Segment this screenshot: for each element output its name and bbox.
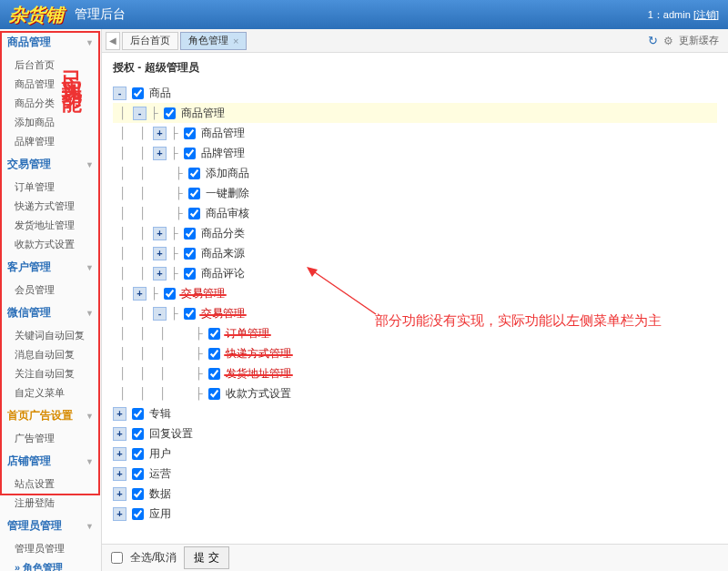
chevron-down-icon: ▼ — [86, 309, 94, 318]
tree-checkbox[interactable] — [164, 288, 176, 300]
tree-checkbox[interactable] — [132, 87, 144, 99]
tree-expand-icon[interactable]: + — [113, 407, 126, 421]
tree-checkbox[interactable] — [132, 508, 144, 520]
sidebar-item[interactable]: 收款方式设置 — [0, 235, 101, 254]
select-all-checkbox[interactable] — [111, 552, 123, 564]
refresh-icon[interactable]: ↻ — [648, 34, 658, 47]
tree-label[interactable]: 商品来源 — [201, 246, 245, 261]
sidebar-item[interactable]: 快递方式管理 — [0, 197, 101, 216]
tree-expand-icon[interactable]: + — [153, 267, 167, 280]
sidebar-group-title[interactable]: 微信管理▼ — [0, 300, 101, 326]
tree-checkbox[interactable] — [188, 188, 200, 199]
sidebar-group-title[interactable]: 店铺管理▼ — [0, 448, 101, 474]
close-icon[interactable]: × — [233, 36, 238, 46]
tab-prev-button[interactable]: ◀ — [106, 32, 120, 50]
sidebar-item[interactable]: 站点设置 — [0, 474, 101, 494]
sidebar-item[interactable]: 会员管理 — [0, 280, 101, 300]
tree-label[interactable]: 数据 — [149, 486, 171, 502]
tab[interactable]: 角色管理× — [180, 32, 247, 50]
tree-checkbox[interactable] — [132, 488, 144, 500]
tree-label[interactable]: 订单管理 — [226, 326, 269, 342]
tree-expand-icon[interactable]: + — [113, 447, 126, 461]
sidebar-item[interactable]: 自定义菜单 — [0, 383, 101, 403]
tree-label[interactable]: 商品 — [149, 86, 171, 101]
tree-expand-icon[interactable]: + — [153, 227, 167, 240]
tree-checkbox[interactable] — [184, 228, 196, 240]
sidebar-item[interactable]: 管理员管理 — [0, 539, 101, 558]
tree-label[interactable]: 添加商品 — [206, 166, 249, 181]
tree-expand-icon[interactable]: + — [113, 507, 126, 521]
logout-link[interactable]: [注销] — [693, 9, 719, 20]
tab[interactable]: 后台首页 — [122, 32, 178, 50]
tree-row: +应用 — [113, 504, 717, 524]
tree-label[interactable]: 商品分类 — [201, 226, 245, 241]
tree-checkbox[interactable] — [132, 428, 144, 440]
tree-label[interactable]: 商品评论 — [201, 266, 245, 281]
tree-checkbox[interactable] — [184, 127, 196, 139]
tree-label[interactable]: 用户 — [149, 446, 171, 462]
sidebar-item[interactable]: 品牌管理 — [0, 132, 101, 151]
tree-expand-icon[interactable]: + — [113, 467, 126, 481]
tree-expand-icon[interactable]: + — [113, 487, 126, 501]
sidebar-item[interactable]: 发货地址管理 — [0, 216, 101, 235]
sidebar-group-title[interactable]: 客户管理▼ — [0, 254, 101, 280]
main: ◀ 后台首页角色管理× ↻ ⚙ 更新缓存 授权 - 超级管理员 -商品│-├商品… — [102, 29, 728, 571]
sidebar-item[interactable]: 商品分类 — [0, 94, 101, 113]
tree-label[interactable]: 品牌管理 — [201, 146, 245, 161]
tree-checkbox[interactable] — [188, 208, 200, 219]
tree-checkbox[interactable] — [208, 348, 220, 360]
sidebar-item[interactable]: 后台首页 — [0, 56, 101, 75]
tree-expand-icon[interactable]: - — [113, 87, 126, 100]
sidebar-item[interactable]: 添加商品 — [0, 113, 101, 132]
tree-expand-icon[interactable]: - — [153, 307, 167, 321]
tree-label[interactable]: 发货地址管理 — [226, 366, 291, 382]
tree-checkbox[interactable] — [132, 408, 144, 420]
sidebar-item[interactable]: 广告管理 — [0, 429, 101, 448]
sidebar-group-title[interactable]: 管理员管理▼ — [0, 513, 101, 539]
tree-label[interactable]: 收款方式设置 — [226, 386, 291, 402]
tree-expand-icon[interactable]: + — [153, 247, 167, 260]
tree-label[interactable]: 交易管理 — [181, 286, 225, 301]
sidebar-item[interactable]: 关注自动回复 — [0, 364, 101, 383]
tree-expand-icon[interactable]: - — [133, 107, 147, 120]
sidebar-item[interactable]: 关键词自动回复 — [0, 326, 101, 345]
tree-label[interactable]: 专辑 — [149, 406, 171, 422]
tree-checkbox[interactable] — [208, 368, 220, 380]
tree-checkbox[interactable] — [164, 107, 176, 119]
tree-expand-icon[interactable]: + — [113, 427, 126, 441]
sidebar-item[interactable]: 商品管理 — [0, 75, 101, 94]
tree-checkbox[interactable] — [188, 168, 200, 179]
sidebar-group-title[interactable]: 首页广告设置▼ — [0, 403, 101, 429]
refresh-cache-link[interactable]: 更新缓存 — [679, 34, 719, 47]
header: 杂货铺 管理后台 1：admin [注销] — [0, 0, 728, 29]
tree-label[interactable]: 一键删除 — [206, 186, 249, 201]
tree-expand-icon[interactable]: + — [153, 147, 167, 160]
tree-checkbox[interactable] — [132, 448, 144, 460]
tree-label[interactable]: 快递方式管理 — [226, 346, 291, 362]
tree-label[interactable]: 回复设置 — [149, 426, 193, 442]
sidebar-item[interactable]: 消息自动回复 — [0, 345, 101, 364]
tree-label[interactable]: 应用 — [149, 506, 171, 522]
gear-icon[interactable]: ⚙ — [663, 35, 673, 47]
tree-label[interactable]: 商品管理 — [201, 126, 245, 141]
tree-checkbox[interactable] — [208, 328, 220, 340]
tree-expand-icon[interactable]: + — [133, 287, 147, 301]
tree-checkbox[interactable] — [132, 468, 144, 480]
tree-checkbox[interactable] — [184, 308, 196, 320]
submit-button[interactable]: 提 交 — [184, 546, 228, 569]
sidebar-group-title[interactable]: 交易管理▼ — [0, 151, 101, 178]
tree-checkbox[interactable] — [184, 268, 196, 280]
tree-checkbox[interactable] — [208, 388, 220, 400]
tree-expand-icon[interactable]: + — [153, 127, 167, 140]
sidebar-group-title[interactable]: 商品管理▼ — [0, 29, 101, 56]
sidebar-item[interactable]: 订单管理 — [0, 178, 101, 197]
tree-label[interactable]: 商品管理 — [181, 106, 225, 121]
tree-checkbox[interactable] — [184, 248, 196, 260]
tree-checkbox[interactable] — [184, 148, 196, 159]
tree-label[interactable]: 商品审核 — [206, 206, 249, 221]
tree-label[interactable]: 运营 — [149, 466, 171, 482]
sidebar: 商品管理▼后台首页商品管理商品分类添加商品品牌管理交易管理▼订单管理快递方式管理… — [0, 29, 102, 571]
sidebar-item[interactable]: 角色管理 — [0, 558, 101, 571]
sidebar-item[interactable]: 注册登陆 — [0, 494, 101, 513]
tree-label[interactable]: 交易管理 — [201, 306, 245, 321]
